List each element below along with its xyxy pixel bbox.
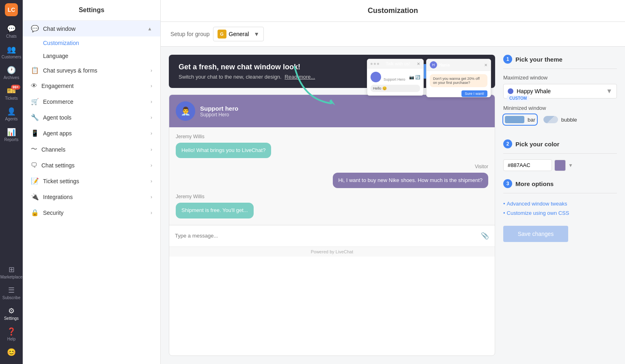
color-section-title: 2 Pick your color [503, 139, 617, 148]
group-name: General [229, 31, 249, 37]
chat-window-icon: 💬 [31, 25, 39, 32]
nav-item-help[interactable]: ❓ Help [0, 324, 23, 345]
theme-select-dropdown[interactable]: Happy Whale ▼ CUSTOM [503, 84, 617, 98]
dropdown-arrow-icon: ▼ [254, 31, 259, 37]
mini-agent-name-1: Hania [384, 73, 405, 77]
nav-label-chats: Chats [6, 34, 17, 39]
message-sender-3: Jeremy Willis [176, 194, 488, 199]
chat-messages: Jeremy Willis Hello! What brings you to … [169, 127, 495, 225]
nav-item-settings[interactable]: ⚙ Settings [0, 303, 23, 324]
sidebar-item-channels[interactable]: 〜 Channels › [23, 141, 160, 158]
sidebar-menu: 💬 Chat window ▲ Customization Language 📋… [23, 21, 160, 364]
nav-label-tickets: Tickets [5, 96, 17, 101]
chevron-right-icon-2: › [151, 83, 152, 89]
security-icon: 🔒 [31, 209, 39, 216]
attachment-icon[interactable]: 📎 [481, 232, 489, 240]
nav-item-marketplace[interactable]: ⊞ Marketplace [0, 262, 23, 283]
sidebar-item-integrations[interactable]: 🔌 Integrations › [23, 189, 160, 205]
color-swatch[interactable] [554, 160, 566, 171]
min-option-bar[interactable]: bar [503, 114, 537, 125]
color-dropdown-arrow-icon[interactable]: ▼ [568, 163, 573, 168]
sidebar-item-chat-window[interactable]: 💬 Chat window ▲ [23, 21, 160, 36]
nav-item-tickets[interactable]: 🎫 99+ Tickets [0, 83, 23, 104]
theme-section-number: 1 [503, 55, 512, 64]
chat-settings-icon: 🗨 [31, 162, 37, 169]
sidebar-sub-language[interactable]: Language [23, 49, 160, 62]
nav-label-subscribe: Subscribe [2, 295, 20, 300]
mini-window-2: H Hania ✕ Don't you wanna get 20% off on… [426, 59, 491, 97]
nav-label-agents: Agents [5, 117, 17, 121]
more-options-list: Advanced window tweaks Customize using o… [503, 199, 617, 218]
message-group-2: Visitor Hi, I want to buy new Nike shoes… [176, 164, 488, 188]
sidebar-item-label-channels: Channels [41, 146, 151, 153]
chat-input[interactable] [175, 229, 481, 242]
ticket-settings-icon: 📝 [31, 177, 39, 185]
agents-icon: 👤 [7, 107, 16, 116]
subscribe-icon: ☰ [8, 286, 15, 295]
agent-avatar: 👨‍💼 [176, 101, 195, 121]
sidebar-sub-customization[interactable]: Customization [23, 36, 160, 49]
more-options-title: 3 More options [503, 179, 617, 188]
chats-icon: 💬 [7, 24, 16, 33]
nav-item-subscribe[interactable]: ☰ Subscribe [0, 283, 23, 303]
nav-label-help: Help [7, 337, 16, 341]
sidebar-item-chat-surveys[interactable]: 📋 Chat surveys & forms › [23, 62, 160, 78]
save-button[interactable]: Save changes [503, 226, 568, 242]
mini-bubble-text: Don't you wanna get 20% off on your firs… [430, 74, 487, 87]
list-item-advanced-tweaks: Advanced window tweaks [503, 199, 617, 208]
agent-tools-icon: 🔧 [31, 113, 39, 121]
more-options-number: 3 [503, 179, 512, 188]
chat-surveys-icon: 📋 [31, 66, 39, 74]
bubble-label: bubble [561, 117, 577, 123]
sidebar-item-ecommerce[interactable]: 🛒 Ecommerce › [23, 94, 160, 109]
group-icon: G [218, 30, 226, 39]
mini-window-1-title: Talk with us! [386, 61, 410, 66]
ecommerce-icon: 🛒 [31, 98, 39, 105]
setup-bar: Setup for group G General ▼ [161, 22, 625, 47]
color-hex-input[interactable] [503, 159, 552, 171]
sidebar-item-ticket-settings[interactable]: 📝 Ticket settings › [23, 173, 160, 189]
customers-icon: 👥 [7, 45, 16, 54]
custom-css-link[interactable]: Customize using own CSS [503, 210, 617, 216]
mini-phone-icon: 📷 [409, 75, 414, 79]
nav-item-chats[interactable]: 💬 Chats [0, 21, 23, 42]
mini-close-icon: ✕ [417, 62, 420, 66]
nav-item-agents[interactable]: 👤 Agents [0, 104, 23, 124]
agent-info: Support hero Support Hero [200, 105, 238, 118]
sidebar-item-security[interactable]: 🔒 Security › [23, 205, 160, 221]
maximized-label: Maximized window [503, 75, 617, 81]
nav-item-archives[interactable]: 🕐 Archives [0, 62, 23, 83]
mini-agent-name-2: Hania [439, 63, 450, 67]
nav-label-customers: Customers [2, 55, 21, 59]
sidebar-item-agent-apps[interactable]: 📱 Agent apps › [23, 125, 160, 141]
nav-label-archives: Archives [4, 75, 19, 80]
nav-item-profile[interactable]: 😊 [0, 345, 23, 361]
sidebar-item-agent-tools[interactable]: 🔧 Agent tools › [23, 109, 160, 125]
nav-item-customers[interactable]: 👥 Customers [0, 42, 23, 62]
marketplace-icon: ⊞ [9, 265, 15, 274]
color-section-number: 2 [503, 139, 512, 148]
sidebar-item-chat-settings[interactable]: 🗨 Chat settings › [23, 158, 160, 173]
group-select-dropdown[interactable]: G General ▼ [213, 27, 264, 41]
chevron-right-icon-9: › [151, 194, 152, 200]
theme-section: 1 Pick your theme Maximized window Happy… [503, 55, 617, 131]
sidebar-item-engagement[interactable]: 👁 Engagement › [23, 78, 160, 94]
message-sender-1: Jeremy Willis [176, 134, 488, 139]
sidebar-item-label-security: Security [43, 210, 151, 216]
message-bubble-visitor: Hi, I want to buy new Nike shoes. How mu… [333, 173, 489, 188]
nav-item-reports[interactable]: 📊 Reports [0, 124, 23, 145]
advanced-tweaks-link[interactable]: Advanced window tweaks [503, 201, 617, 207]
sidebar: Settings 💬 Chat window ▲ Customization L… [23, 0, 161, 364]
sidebar-item-label-engagement: Engagement [41, 83, 151, 89]
theme-color-dot [508, 88, 513, 94]
agent-role: Support Hero [200, 112, 238, 118]
sidebar-item-label-chat-window: Chat window [43, 26, 147, 32]
main-content: Customization Setup for group G General … [161, 0, 625, 364]
mini-cta-button: Sure I want! [461, 90, 487, 97]
mini-windows-preview: Talk with us! ✕ Hania Support Hero [367, 59, 491, 97]
promo-arrow-icon [291, 59, 339, 107]
tickets-badge: 99+ [11, 85, 20, 90]
mini-video-icon: 🔄 [415, 75, 420, 79]
custom-badge: CUSTOM [507, 95, 529, 101]
min-option-bubble[interactable]: bubble [542, 114, 579, 125]
